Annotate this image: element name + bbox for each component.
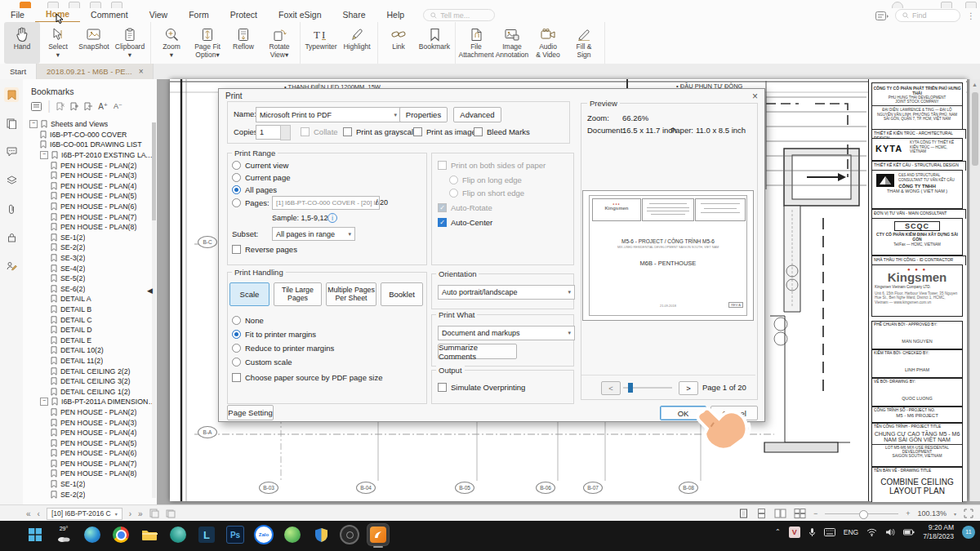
auto-center-checkbox[interactable]: ✓Auto-Center [438, 218, 492, 227]
bookmark-item[interactable]: PEN HOUSE - PLAN(5) [23, 438, 157, 448]
ribbon-tool-image-annotation[interactable]: Image Annotation [494, 22, 530, 64]
start-icon[interactable] [24, 524, 46, 545]
bookmark-item[interactable]: PEN HOUSE - PLAN(3) [23, 171, 157, 181]
subset-select[interactable]: All pages in range▾ [272, 227, 355, 241]
comments-panel-icon[interactable] [4, 144, 19, 159]
bookmark-item[interactable]: SE-4(2) [23, 263, 157, 273]
document-scrollbar[interactable]: ▲ [969, 79, 980, 501]
tab-start[interactable]: Start [0, 64, 37, 79]
touch-keyboard-icon[interactable] [824, 528, 835, 536]
green-app-icon[interactable] [282, 524, 303, 545]
set-destination-icon[interactable] [84, 102, 92, 111]
record-app-icon[interactable] [339, 524, 360, 545]
v-app-tray-icon[interactable]: V [789, 527, 800, 538]
first-page-icon[interactable]: « [26, 509, 31, 518]
copies-stepper[interactable] [280, 125, 291, 140]
clock[interactable]: 9:20 AM 7/18/2023 [923, 523, 954, 540]
close-tab-icon[interactable]: × [139, 67, 144, 76]
photoshop-icon[interactable]: Ps [225, 524, 246, 545]
edge-icon[interactable] [82, 524, 103, 545]
bookmark-item[interactable]: SE-2(2) [23, 489, 157, 500]
all-pages-radio[interactable]: All pages [232, 185, 277, 194]
more-options-icon[interactable]: ⋮ [967, 11, 975, 20]
bookmarks-panel-icon[interactable] [4, 87, 19, 102]
ribbon-tool-bookmark[interactable]: Bookmark [416, 22, 452, 64]
bookmark-item[interactable]: PEN HOUSE - PLAN(3) [23, 417, 157, 428]
language-indicator[interactable]: ENG [844, 528, 858, 536]
volume-icon[interactable] [885, 528, 895, 536]
orientation-select[interactable]: Auto portrait/landscape▾ [438, 285, 575, 300]
ribbon-tool-select[interactable]: Select ▾ [40, 22, 76, 64]
bookmark-item[interactable]: DETAIL B [23, 304, 157, 315]
ribbon-tool-audio-video[interactable]: Audio & Video [530, 22, 566, 64]
collapse-node-icon[interactable]: − [40, 151, 48, 159]
bookmark-item[interactable]: DETAIL E [23, 335, 157, 345]
advanced-button[interactable]: Advanced [453, 107, 501, 122]
menu-file[interactable]: File [0, 8, 35, 22]
summarize-comments-button[interactable]: Summarize Comments [438, 344, 517, 359]
bookmarks-scrollbar[interactable] [152, 122, 156, 498]
booklet-button[interactable]: Booklet [381, 282, 423, 306]
last-page-icon[interactable]: » [138, 509, 143, 518]
bookmark-item[interactable]: DETAIL D [23, 325, 157, 335]
weather-widget[interactable]: 29° [53, 524, 74, 545]
prev-page-icon[interactable]: ‹ [38, 509, 40, 518]
preview-next-button[interactable]: > [679, 381, 698, 395]
bookmark-item[interactable]: PEN HOUSE - PLAN(8) [23, 222, 157, 233]
menu-protect[interactable]: Protect [220, 8, 268, 22]
bookmark-item[interactable]: PEN HOUSE - PLAN(8) [23, 469, 157, 479]
increase-text-size-icon[interactable]: A⁺ [98, 102, 108, 111]
print-what-select[interactable]: Document and markups▾ [438, 326, 575, 340]
zalo-icon[interactable]: Zalo [253, 524, 274, 545]
bookmark-item[interactable]: DETAIL C [23, 314, 157, 325]
fit-margins-radio[interactable]: Fit to printer margins [232, 330, 316, 339]
menu-form[interactable]: Form [178, 8, 220, 22]
find-input[interactable]: Find [895, 9, 960, 22]
bookmark-item[interactable]: PEN HOUSE - PLAN(7) [23, 459, 157, 469]
bookmark-item[interactable]: I6B-PT-CO-000 COVER [23, 130, 157, 140]
zoom-dropdown-icon[interactable]: ▾ [954, 511, 956, 517]
security-panel-icon[interactable] [4, 230, 19, 245]
print-as-image-checkbox[interactable]: Print as image [413, 127, 476, 136]
ribbon-tool-hand[interactable]: Hand [4, 22, 40, 64]
pages-input[interactable]: [1] I6B-PT-CO-000 COVER - [20] I6B [272, 196, 380, 210]
menu-comment[interactable]: Comment [80, 8, 139, 22]
scale-none-radio[interactable]: None [232, 316, 264, 325]
ribbon-tool-rotate-view[interactable]: Rotate View▾ [261, 22, 297, 64]
decrease-text-size-icon[interactable]: A⁻ [114, 102, 122, 110]
fullscreen-icon[interactable] [964, 509, 973, 518]
scroll-up-icon[interactable]: ▲ [972, 82, 978, 88]
microphone-icon[interactable] [808, 527, 816, 537]
chrome-icon[interactable] [110, 524, 131, 545]
next-page-icon[interactable]: › [129, 509, 131, 518]
menu-view[interactable]: View [139, 8, 179, 22]
menu-help[interactable]: Help [376, 8, 416, 22]
explorer-icon[interactable] [139, 524, 160, 545]
menu-foxit-esign[interactable]: Foxit eSign [268, 8, 332, 22]
defender-icon[interactable] [310, 524, 332, 545]
signature-panel-icon[interactable] [4, 259, 19, 273]
bookmark-item[interactable]: PEN HOUSE - PLAN(4) [23, 181, 157, 192]
bookmark-item[interactable]: PEN HOUSE - PLAN(6) [23, 448, 157, 459]
bookmark-item[interactable]: −I6B-PT-2010 EXSTING LAYOUT P [23, 150, 157, 161]
add-bookmark-icon[interactable] [70, 102, 78, 111]
wifi-icon[interactable] [866, 528, 877, 536]
bookmark-item[interactable]: DETAIL CEILING 1(2) [23, 386, 157, 397]
collapse-node-icon[interactable]: − [29, 120, 38, 128]
bookmark-item[interactable]: DETAIL A [23, 294, 157, 304]
collapse-node-icon[interactable]: − [40, 398, 48, 406]
bookmark-item[interactable]: −I6B-PT-2011A DIMENSION LAYO [23, 397, 157, 407]
next-view-icon[interactable] [166, 509, 176, 518]
properties-button[interactable]: Properties [399, 107, 448, 122]
scale-button[interactable]: Scale [229, 282, 270, 306]
ribbon-tool-snapshot[interactable]: SnapShot [76, 22, 112, 64]
bookmark-item[interactable]: SE-5(2) [23, 273, 157, 284]
bookmark-options-icon[interactable] [31, 102, 42, 111]
ribbon-tool-fill-sign[interactable]: Fill & Sign [566, 22, 602, 64]
custom-scale-radio[interactable]: Custom scale [232, 358, 292, 367]
bookmark-item[interactable]: SE-6(2) [23, 284, 157, 295]
bookmark-item[interactable]: DETAIL 11(2) [23, 356, 157, 367]
grayscale-checkbox[interactable]: Print as grayscale [343, 127, 418, 136]
zoom-percentage[interactable]: 100.13% [917, 509, 947, 518]
bookmark-item[interactable]: SE-2(2) [23, 242, 157, 253]
